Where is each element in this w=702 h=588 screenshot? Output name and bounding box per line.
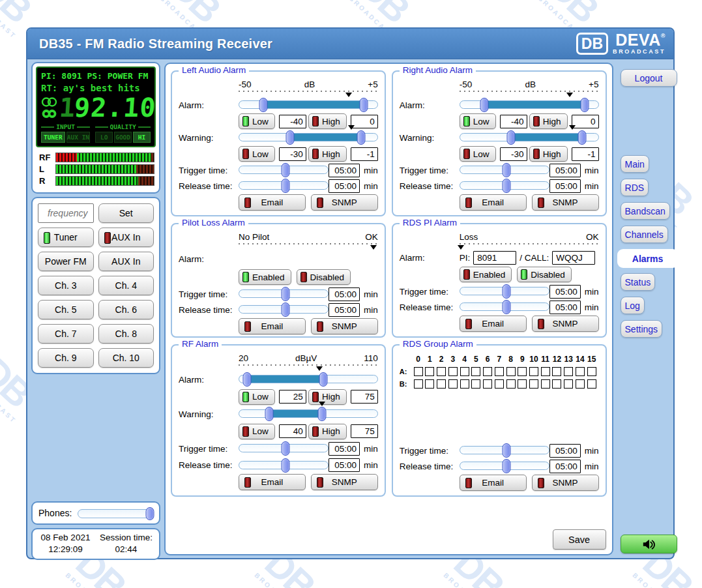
slider-handle[interactable]	[281, 287, 289, 301]
rds-group-checkbox-a-14[interactable]	[576, 367, 585, 376]
low-threshold-button[interactable]: Low	[460, 146, 496, 162]
slider-handle[interactable]	[281, 441, 289, 456]
snmp-notification-button[interactable]: SNMP	[532, 316, 599, 332]
rds-group-checkbox-b-1[interactable]	[425, 379, 434, 389]
ch-9-button-11[interactable]: Ch. 9	[38, 348, 94, 368]
trigger-time-slider[interactable]	[460, 443, 549, 458]
trigger-time-input[interactable]	[329, 164, 360, 177]
low-threshold-input[interactable]	[279, 390, 306, 404]
high-threshold-button[interactable]: High	[308, 113, 347, 129]
slider-handle-high[interactable]	[319, 372, 328, 387]
phones-slider-handle[interactable]	[146, 507, 154, 520]
high-threshold-input[interactable]	[351, 390, 378, 404]
release-time-slider[interactable]	[239, 302, 329, 317]
power-fm-button-3[interactable]: Power FM	[38, 252, 94, 271]
rds-group-checkbox-a-2[interactable]	[437, 367, 446, 376]
slider-handle[interactable]	[502, 179, 510, 193]
ch-7-button-9[interactable]: Ch. 7	[38, 324, 94, 344]
pi-code-input[interactable]	[473, 251, 516, 265]
trigger-time-slider[interactable]	[239, 441, 329, 456]
sidebar-item-rds[interactable]: RDS	[621, 179, 649, 196]
slider-handle[interactable]	[281, 458, 289, 473]
release-time-slider[interactable]	[239, 458, 329, 473]
sidebar-item-log[interactable]: Log	[621, 297, 645, 314]
snmp-notification-button[interactable]: SNMP	[311, 474, 378, 490]
tuner-button-1[interactable]: Tuner	[38, 228, 94, 247]
rds-group-checkbox-b-11[interactable]	[541, 379, 550, 389]
rds-group-checkbox-a-1[interactable]	[425, 367, 434, 376]
rds-group-checkbox-b-2[interactable]	[437, 379, 446, 389]
sidebar-item-bandscan[interactable]: Bandscan	[621, 202, 670, 220]
low-threshold-button[interactable]: Low	[239, 146, 275, 162]
slider-handle[interactable]	[502, 443, 510, 458]
rds-group-checkbox-a-12[interactable]	[552, 367, 561, 376]
release-time-input[interactable]	[549, 301, 581, 314]
warning-range-slider[interactable]	[239, 130, 378, 145]
high-threshold-input[interactable]	[351, 424, 378, 438]
trigger-time-slider[interactable]	[460, 284, 549, 299]
slider-handle[interactable]	[281, 302, 289, 317]
slider-handle-high[interactable]	[318, 407, 327, 421]
low-threshold-input[interactable]	[279, 147, 306, 161]
rds-group-checkbox-b-6[interactable]	[483, 379, 492, 389]
email-notification-button[interactable]: Email	[460, 475, 527, 491]
enabled-button[interactable]: Enabled	[460, 267, 512, 282]
slider-handle-low[interactable]	[480, 98, 489, 112]
slider-handle-high[interactable]	[360, 98, 368, 112]
ch-6-button-8[interactable]: Ch. 6	[98, 300, 154, 319]
rds-group-checkbox-a-10[interactable]	[529, 367, 538, 376]
low-threshold-button[interactable]: Low	[239, 424, 275, 439]
release-time-slider[interactable]	[239, 179, 329, 193]
slider-handle-low[interactable]	[265, 407, 274, 421]
email-notification-button[interactable]: Email	[239, 474, 306, 490]
rds-group-checkbox-b-15[interactable]	[587, 379, 596, 389]
slider-handle[interactable]	[281, 179, 289, 193]
high-threshold-button[interactable]: High	[529, 113, 568, 129]
rds-group-checkbox-b-9[interactable]	[518, 379, 527, 389]
sidebar-item-channels[interactable]: Channels	[621, 226, 668, 243]
rds-group-checkbox-a-11[interactable]	[541, 367, 550, 376]
release-time-input[interactable]	[549, 179, 581, 193]
snmp-notification-button[interactable]: SNMP	[311, 194, 378, 211]
release-time-input[interactable]	[329, 303, 360, 317]
trigger-time-slider[interactable]	[460, 163, 549, 177]
rds-group-checkbox-a-4[interactable]	[460, 367, 469, 376]
rds-group-checkbox-b-12[interactable]	[552, 379, 561, 389]
slider-handle[interactable]	[281, 163, 289, 177]
trigger-time-input[interactable]	[549, 444, 581, 458]
disabled-button[interactable]: Disabled	[517, 267, 572, 282]
rds-group-checkbox-a-13[interactable]	[564, 367, 573, 376]
rds-group-checkbox-b-14[interactable]	[576, 379, 585, 389]
release-time-slider[interactable]	[460, 459, 549, 473]
slider-handle[interactable]	[502, 163, 510, 177]
trigger-time-slider[interactable]	[239, 287, 329, 301]
warning-range-slider[interactable]	[460, 130, 599, 145]
ch-8-button-10[interactable]: Ch. 8	[98, 324, 154, 344]
low-threshold-input[interactable]	[279, 115, 306, 128]
alarm-range-slider[interactable]	[239, 98, 378, 112]
slider-handle-low[interactable]	[286, 130, 295, 145]
rds-group-checkbox-a-8[interactable]	[506, 367, 516, 376]
rds-group-checkbox-a-0[interactable]	[414, 367, 423, 376]
trigger-time-slider[interactable]	[239, 163, 329, 177]
rds-group-checkbox-b-4[interactable]	[460, 379, 469, 389]
email-notification-button[interactable]: Email	[239, 318, 306, 334]
aux-in-button-4[interactable]: AUX In	[98, 252, 154, 271]
enabled-button[interactable]: Enabled	[239, 269, 291, 285]
low-threshold-input[interactable]	[500, 115, 527, 128]
ch-4-button-6[interactable]: Ch. 4	[98, 276, 154, 295]
tab-alarms-active[interactable]: Alarms	[617, 249, 679, 268]
high-threshold-button[interactable]: High	[308, 146, 347, 162]
rds-group-checkbox-a-3[interactable]	[448, 367, 458, 376]
frequency-input[interactable]	[38, 203, 94, 223]
trigger-time-input[interactable]	[549, 285, 581, 299]
high-threshold-input[interactable]	[351, 147, 378, 161]
save-button[interactable]: Save	[553, 529, 606, 550]
low-threshold-input[interactable]	[500, 147, 527, 161]
rds-group-checkbox-b-8[interactable]	[506, 379, 516, 389]
rds-group-checkbox-a-5[interactable]	[471, 367, 480, 376]
rds-group-checkbox-b-5[interactable]	[471, 379, 480, 389]
slider-handle-high[interactable]	[578, 130, 586, 145]
slider-handle-low[interactable]	[242, 372, 251, 387]
email-notification-button[interactable]: Email	[460, 316, 527, 332]
